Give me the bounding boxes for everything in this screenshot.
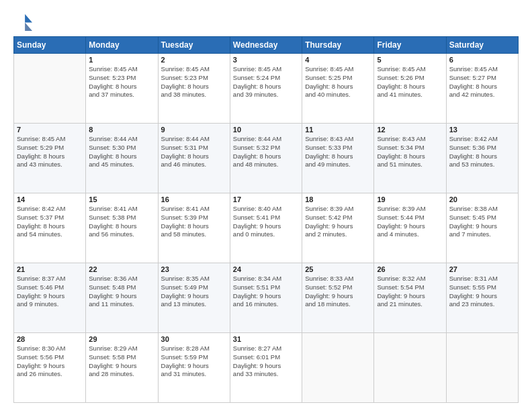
week-row-5: 28 Sunrise: 8:30 AM Sunset: 5:56 PM Dayl… bbox=[14, 333, 519, 403]
weekday-header-thursday: Thursday bbox=[302, 37, 374, 54]
day-info: Sunrise: 8:41 AM Sunset: 5:38 PM Dayligh… bbox=[89, 205, 154, 239]
day-info: Sunrise: 8:35 AM Sunset: 5:49 PM Dayligh… bbox=[161, 275, 227, 309]
calendar-cell: 27 Sunrise: 8:31 AM Sunset: 5:55 PM Dayl… bbox=[446, 263, 518, 333]
day-info: Sunrise: 8:45 AM Sunset: 5:23 PM Dayligh… bbox=[89, 65, 154, 99]
svg-marker-1 bbox=[25, 23, 32, 31]
calendar-cell: 6 Sunrise: 8:45 AM Sunset: 5:27 PM Dayli… bbox=[446, 54, 518, 124]
calendar-cell bbox=[302, 333, 374, 403]
calendar-cell: 23 Sunrise: 8:35 AM Sunset: 5:49 PM Dayl… bbox=[158, 263, 230, 333]
day-number: 28 bbox=[17, 335, 83, 343]
svg-marker-0 bbox=[25, 14, 32, 22]
day-number: 19 bbox=[377, 195, 443, 203]
calendar-cell: 10 Sunrise: 8:44 AM Sunset: 5:32 PM Dayl… bbox=[230, 124, 302, 193]
day-number: 11 bbox=[305, 126, 371, 134]
calendar-cell: 9 Sunrise: 8:44 AM Sunset: 5:31 PM Dayli… bbox=[158, 124, 230, 193]
calendar-cell bbox=[374, 333, 446, 403]
day-number: 13 bbox=[449, 126, 515, 134]
day-number: 14 bbox=[17, 195, 83, 203]
day-info: Sunrise: 8:34 AM Sunset: 5:51 PM Dayligh… bbox=[233, 275, 299, 309]
calendar-cell: 11 Sunrise: 8:43 AM Sunset: 5:33 PM Dayl… bbox=[302, 124, 374, 193]
day-number: 31 bbox=[233, 335, 299, 343]
svg-rect-2 bbox=[13, 14, 25, 31]
day-info: Sunrise: 8:44 AM Sunset: 5:31 PM Dayligh… bbox=[161, 135, 227, 169]
day-number: 30 bbox=[161, 335, 227, 343]
day-info: Sunrise: 8:32 AM Sunset: 5:54 PM Dayligh… bbox=[377, 275, 443, 309]
day-number: 12 bbox=[377, 126, 443, 134]
calendar-cell: 19 Sunrise: 8:39 AM Sunset: 5:44 PM Dayl… bbox=[374, 193, 446, 263]
calendar-cell: 24 Sunrise: 8:34 AM Sunset: 5:51 PM Dayl… bbox=[230, 263, 302, 333]
day-info: Sunrise: 8:42 AM Sunset: 5:37 PM Dayligh… bbox=[17, 205, 83, 239]
week-row-4: 21 Sunrise: 8:37 AM Sunset: 5:46 PM Dayl… bbox=[14, 263, 519, 333]
day-number: 3 bbox=[233, 56, 299, 64]
day-number: 4 bbox=[305, 56, 371, 64]
day-info: Sunrise: 8:39 AM Sunset: 5:42 PM Dayligh… bbox=[305, 205, 371, 239]
calendar-cell: 16 Sunrise: 8:41 AM Sunset: 5:39 PM Dayl… bbox=[158, 193, 230, 263]
day-number: 18 bbox=[305, 195, 371, 203]
day-info: Sunrise: 8:45 AM Sunset: 5:25 PM Dayligh… bbox=[305, 65, 371, 99]
day-number: 1 bbox=[89, 56, 154, 64]
day-number: 25 bbox=[305, 265, 371, 273]
day-number: 6 bbox=[449, 56, 515, 64]
day-number: 21 bbox=[17, 265, 83, 273]
calendar-cell: 1 Sunrise: 8:45 AM Sunset: 5:23 PM Dayli… bbox=[86, 54, 158, 124]
day-info: Sunrise: 8:39 AM Sunset: 5:44 PM Dayligh… bbox=[377, 205, 443, 239]
day-number: 16 bbox=[161, 195, 227, 203]
day-info: Sunrise: 8:45 AM Sunset: 5:24 PM Dayligh… bbox=[233, 65, 299, 99]
day-info: Sunrise: 8:36 AM Sunset: 5:48 PM Dayligh… bbox=[89, 275, 154, 309]
calendar-cell: 3 Sunrise: 8:45 AM Sunset: 5:24 PM Dayli… bbox=[230, 54, 302, 124]
day-number: 8 bbox=[89, 126, 154, 134]
calendar-cell: 17 Sunrise: 8:40 AM Sunset: 5:41 PM Dayl… bbox=[230, 193, 302, 263]
weekday-header-tuesday: Tuesday bbox=[158, 37, 230, 54]
weekday-header-saturday: Saturday bbox=[446, 37, 518, 54]
day-number: 24 bbox=[233, 265, 299, 273]
day-number: 15 bbox=[89, 195, 154, 203]
day-number: 10 bbox=[233, 126, 299, 134]
day-number: 5 bbox=[377, 56, 443, 64]
weekday-header-wednesday: Wednesday bbox=[230, 37, 302, 54]
day-info: Sunrise: 8:30 AM Sunset: 5:56 PM Dayligh… bbox=[17, 345, 83, 379]
weekday-header-friday: Friday bbox=[374, 37, 446, 54]
day-info: Sunrise: 8:43 AM Sunset: 5:33 PM Dayligh… bbox=[305, 135, 371, 169]
calendar-cell: 15 Sunrise: 8:41 AM Sunset: 5:38 PM Dayl… bbox=[86, 193, 158, 263]
calendar-cell bbox=[14, 54, 86, 124]
calendar-cell: 4 Sunrise: 8:45 AM Sunset: 5:25 PM Dayli… bbox=[302, 54, 374, 124]
day-info: Sunrise: 8:45 AM Sunset: 5:29 PM Dayligh… bbox=[17, 135, 83, 169]
header bbox=[13, 12, 519, 31]
day-info: Sunrise: 8:27 AM Sunset: 6:01 PM Dayligh… bbox=[233, 345, 299, 379]
day-number: 17 bbox=[233, 195, 299, 203]
page: SundayMondayTuesdayWednesdayThursdayFrid… bbox=[0, 0, 532, 411]
day-number: 22 bbox=[89, 265, 154, 273]
calendar-cell: 28 Sunrise: 8:30 AM Sunset: 5:56 PM Dayl… bbox=[14, 333, 86, 403]
weekday-header-sunday: Sunday bbox=[14, 37, 86, 54]
day-info: Sunrise: 8:44 AM Sunset: 5:30 PM Dayligh… bbox=[89, 135, 154, 169]
day-info: Sunrise: 8:44 AM Sunset: 5:32 PM Dayligh… bbox=[233, 135, 299, 169]
day-info: Sunrise: 8:29 AM Sunset: 5:58 PM Dayligh… bbox=[89, 345, 154, 379]
day-info: Sunrise: 8:31 AM Sunset: 5:55 PM Dayligh… bbox=[449, 275, 515, 309]
calendar-cell: 7 Sunrise: 8:45 AM Sunset: 5:29 PM Dayli… bbox=[14, 124, 86, 193]
day-info: Sunrise: 8:33 AM Sunset: 5:52 PM Dayligh… bbox=[305, 275, 371, 309]
day-info: Sunrise: 8:45 AM Sunset: 5:27 PM Dayligh… bbox=[449, 65, 515, 99]
day-info: Sunrise: 8:28 AM Sunset: 5:59 PM Dayligh… bbox=[161, 345, 227, 379]
week-row-3: 14 Sunrise: 8:42 AM Sunset: 5:37 PM Dayl… bbox=[14, 193, 519, 263]
calendar-table: SundayMondayTuesdayWednesdayThursdayFrid… bbox=[13, 36, 519, 403]
day-info: Sunrise: 8:38 AM Sunset: 5:45 PM Dayligh… bbox=[449, 205, 515, 239]
calendar-cell: 20 Sunrise: 8:38 AM Sunset: 5:45 PM Dayl… bbox=[446, 193, 518, 263]
day-info: Sunrise: 8:45 AM Sunset: 5:23 PM Dayligh… bbox=[161, 65, 227, 99]
calendar-cell: 22 Sunrise: 8:36 AM Sunset: 5:48 PM Dayl… bbox=[86, 263, 158, 333]
calendar-cell: 21 Sunrise: 8:37 AM Sunset: 5:46 PM Dayl… bbox=[14, 263, 86, 333]
week-row-2: 7 Sunrise: 8:45 AM Sunset: 5:29 PM Dayli… bbox=[14, 124, 519, 193]
day-number: 9 bbox=[161, 126, 227, 134]
calendar-cell: 2 Sunrise: 8:45 AM Sunset: 5:23 PM Dayli… bbox=[158, 54, 230, 124]
day-number: 2 bbox=[161, 56, 227, 64]
day-info: Sunrise: 8:37 AM Sunset: 5:46 PM Dayligh… bbox=[17, 275, 83, 309]
calendar-cell: 5 Sunrise: 8:45 AM Sunset: 5:26 PM Dayli… bbox=[374, 54, 446, 124]
calendar-cell: 13 Sunrise: 8:42 AM Sunset: 5:36 PM Dayl… bbox=[446, 124, 518, 193]
day-info: Sunrise: 8:41 AM Sunset: 5:39 PM Dayligh… bbox=[161, 205, 227, 239]
calendar-cell bbox=[446, 333, 518, 403]
calendar-cell: 26 Sunrise: 8:32 AM Sunset: 5:54 PM Dayl… bbox=[374, 263, 446, 333]
day-number: 7 bbox=[17, 126, 83, 134]
calendar-cell: 30 Sunrise: 8:28 AM Sunset: 5:59 PM Dayl… bbox=[158, 333, 230, 403]
weekday-header-row: SundayMondayTuesdayWednesdayThursdayFrid… bbox=[14, 37, 519, 54]
calendar-cell: 12 Sunrise: 8:43 AM Sunset: 5:34 PM Dayl… bbox=[374, 124, 446, 193]
day-info: Sunrise: 8:45 AM Sunset: 5:26 PM Dayligh… bbox=[377, 65, 443, 99]
